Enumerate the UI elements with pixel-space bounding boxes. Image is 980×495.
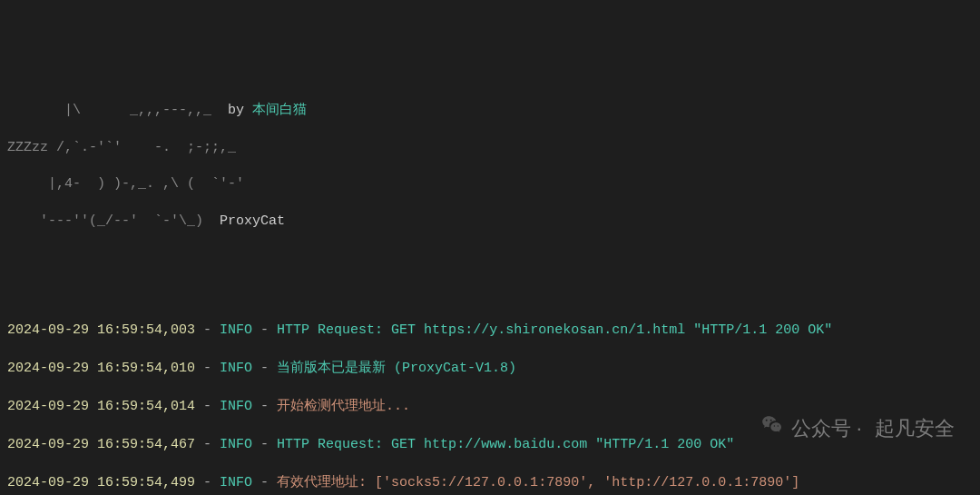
author-name: 本间白猫 — [252, 103, 307, 118]
watermark: 公众号 · 起凡安全 — [738, 386, 955, 473]
log-sep: - — [195, 361, 220, 376]
ascii-art-block: |\ _,,,---,,_ by 本间白猫 ZZZzz /,`.-'`' -. … — [7, 84, 973, 249]
log-sep: - — [252, 437, 277, 452]
log-line: 2024-09-29 16:59:54,003 - INFO - HTTP Re… — [7, 321, 973, 340]
log-message: 当前版本已是最新 (ProxyCat-V1.8) — [277, 361, 516, 376]
ascii-line-2: ZZZzz /,`.-'`' -. ;-;;,_ — [7, 139, 973, 157]
watermark-name: 起凡安全 — [875, 415, 955, 443]
log-sep: - — [195, 475, 220, 490]
app-name: ProxyCat — [220, 213, 285, 229]
log-message: HTTP Request: GET http://www.baidu.com "… — [277, 437, 734, 452]
log-ts: 2024-09-29 16:59:54,467 — [7, 437, 195, 452]
log-message: 有效代理地址: ['socks5://127.0.0.1:7890', 'htt… — [277, 475, 799, 490]
byline-prefix: by — [228, 103, 252, 118]
log-message: HTTP Request: GET https://y.shironekosan… — [277, 322, 832, 338]
log-level: INFO — [220, 361, 252, 376]
log-sep: - — [195, 399, 220, 414]
log-line: 2024-09-29 16:59:54,010 - INFO - 当前版本已是最… — [7, 359, 973, 378]
log-line: 2024-09-29 16:59:54,499 - INFO - 有效代理地址:… — [7, 473, 973, 492]
watermark-label: 公众号 · — [791, 415, 867, 443]
ascii-line-4: '---''(_/--' `-'\_) — [7, 213, 220, 229]
log-ts: 2024-09-29 16:59:54,003 — [7, 322, 195, 338]
ascii-line-3: |,4- ) )-,_. ,\ ( `'-' — [7, 175, 973, 193]
log-sep: - — [252, 399, 277, 414]
log-sep: - — [252, 475, 277, 490]
log-message: 开始检测代理地址... — [277, 399, 410, 414]
log-ts: 2024-09-29 16:59:54,014 — [7, 399, 195, 414]
log-sep: - — [252, 322, 277, 338]
ascii-line-1: |\ _,,,---,,_ — [7, 103, 228, 118]
log-sep: - — [195, 437, 220, 452]
log-level: INFO — [220, 399, 252, 414]
log-level: INFO — [220, 437, 252, 452]
log-sep: - — [252, 361, 277, 376]
log-ts: 2024-09-29 16:59:54,499 — [7, 475, 195, 490]
log-ts: 2024-09-29 16:59:54,010 — [7, 361, 195, 376]
log-sep: - — [195, 322, 220, 338]
wechat-icon — [738, 386, 783, 473]
log-level: INFO — [220, 322, 252, 338]
log-level: INFO — [220, 475, 252, 490]
